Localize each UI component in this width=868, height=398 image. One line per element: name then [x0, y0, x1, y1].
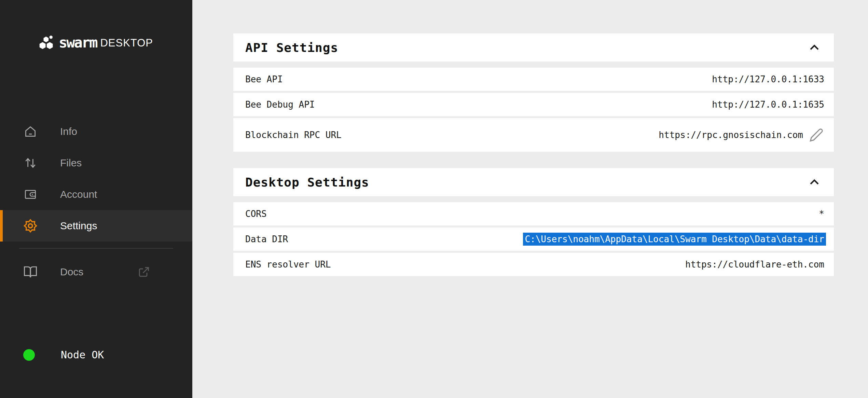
sidebar-item-files[interactable]: Files — [0, 147, 192, 179]
chevron-up-icon[interactable] — [808, 176, 821, 189]
swarm-hexagons-icon — [38, 35, 55, 51]
settings-row-bee-api: Bee API http://127.0.0.1:1633 — [233, 68, 834, 91]
gear-icon — [23, 219, 38, 233]
settings-row-cors: CORS * — [233, 202, 834, 225]
sidebar-item-docs[interactable]: Docs — [0, 256, 192, 288]
row-value: http://127.0.0.1:1633 — [712, 74, 824, 84]
sidebar-nav: Info Files — [0, 116, 192, 242]
row-value: * — [819, 209, 824, 219]
sidebar-item-settings[interactable]: Settings — [0, 210, 192, 242]
row-value: https://cloudflare-eth.com — [685, 259, 824, 270]
row-label: Bee Debug API — [245, 99, 315, 110]
app-window: swarm DESKTOP Info — [0, 0, 868, 398]
app-logo: swarm DESKTOP — [38, 34, 153, 51]
book-open-icon — [23, 265, 38, 279]
status-dot — [23, 349, 35, 361]
section-desktop-settings: Desktop Settings CORS * Data DIR C:\User… — [233, 168, 834, 276]
section-header-api[interactable]: API Settings — [233, 33, 834, 61]
logo-text-secondary: DESKTOP — [100, 37, 153, 49]
settings-page: API Settings Bee API http://127.0.0.1:16… — [192, 0, 868, 398]
settings-row-blockchain-rpc-url: Blockchain RPC URL https://rpc.gnosischa… — [233, 118, 834, 152]
section-header-desktop[interactable]: Desktop Settings — [233, 168, 834, 196]
row-label: Data DIR — [245, 234, 288, 244]
node-status: Node OK — [23, 349, 192, 361]
sidebar-item-label: Info — [60, 126, 77, 137]
row-label: Blockchain RPC URL — [245, 130, 342, 140]
home-icon — [23, 124, 38, 139]
section-api-settings: API Settings Bee API http://127.0.0.1:16… — [233, 33, 834, 152]
section-title: Desktop Settings — [245, 175, 369, 189]
row-label: Bee API — [245, 74, 283, 84]
row-value-selected-text[interactable]: C:\Users\noahm\AppData\Local\Swarm Deskt… — [523, 233, 826, 246]
external-link-icon[interactable] — [138, 266, 150, 278]
row-value: http://127.0.0.1:1635 — [712, 99, 824, 110]
settings-row-data-dir: Data DIR C:\Users\noahm\AppData\Local\Sw… — [233, 228, 834, 251]
section-title: API Settings — [245, 41, 338, 55]
row-value: https://rpc.gnosischain.com — [659, 130, 803, 140]
sidebar: swarm DESKTOP Info — [0, 0, 192, 398]
row-label: ENS resolver URL — [245, 259, 331, 270]
wallet-icon — [23, 187, 38, 202]
sidebar-item-label: Settings — [60, 220, 97, 232]
arrows-up-down-icon — [23, 156, 38, 170]
row-label: CORS — [245, 209, 267, 219]
logo-text-primary: swarm — [59, 34, 97, 51]
sidebar-item-label: Account — [60, 189, 97, 200]
status-label: Node OK — [61, 349, 104, 361]
sidebar-divider — [19, 248, 173, 249]
sidebar-item-label: Docs — [60, 266, 83, 278]
chevron-up-icon[interactable] — [808, 41, 821, 54]
settings-row-bee-debug-api: Bee Debug API http://127.0.0.1:1635 — [233, 93, 834, 116]
edit-rpc-url-button[interactable] — [809, 128, 824, 142]
settings-row-ens-resolver-url: ENS resolver URL https://cloudflare-eth.… — [233, 253, 834, 276]
sidebar-item-info[interactable]: Info — [0, 116, 192, 147]
sidebar-item-account[interactable]: Account — [0, 179, 192, 210]
sidebar-item-label: Files — [60, 157, 82, 169]
